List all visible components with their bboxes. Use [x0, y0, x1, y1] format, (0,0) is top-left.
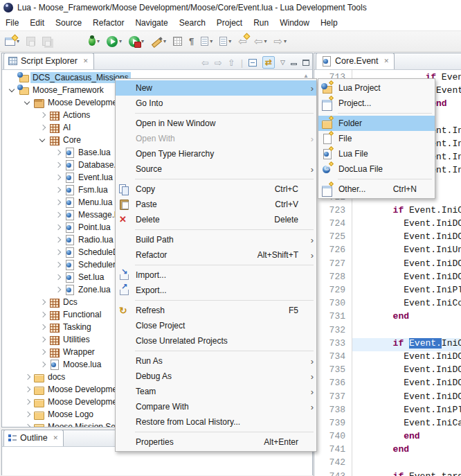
- submenu-item[interactable]: Folder: [318, 116, 435, 131]
- menubar-item[interactable]: Source: [50, 16, 87, 30]
- expand-chevron-icon[interactable]: [53, 211, 62, 220]
- code-line[interactable]: Event.IniDCSGroupName = Event.IniDCSUnit…: [352, 272, 461, 285]
- code-line[interactable]: [352, 457, 461, 470]
- expand-chevron-icon[interactable]: [23, 398, 32, 407]
- menubar-item[interactable]: Edit: [24, 16, 50, 30]
- dropdown-caret-icon[interactable]: ▾: [119, 38, 122, 44]
- save-all-button[interactable]: [41, 33, 53, 50]
- run-button[interactable]: ▾: [105, 33, 123, 50]
- context-menu-item[interactable]: Properties Alt+Enter ›: [116, 434, 316, 450]
- back-button[interactable]: ⇦▾: [253, 33, 269, 50]
- save-button[interactable]: [25, 33, 37, 50]
- expand-chevron-icon[interactable]: [38, 360, 47, 369]
- code-line[interactable]: if Event.target then: [352, 471, 461, 476]
- code-line[interactable]: if Event.IniObjectCategory == 3 then: [352, 205, 461, 218]
- menubar-item[interactable]: Run: [248, 16, 274, 30]
- menubar-item[interactable]: Window: [274, 16, 315, 30]
- submenu-item[interactable]: DocLua File: [318, 161, 435, 177]
- expand-chevron-icon[interactable]: [38, 348, 47, 357]
- next-annotation-button[interactable]: ▾: [218, 33, 233, 50]
- submenu-item[interactable]: Lua Project: [318, 80, 435, 96]
- expand-chevron-icon[interactable]: [8, 73, 17, 82]
- expand-chevron-icon[interactable]: [38, 123, 47, 132]
- expand-chevron-icon[interactable]: [53, 186, 62, 195]
- context-menu-item[interactable]: Compare With ›: [116, 399, 316, 414]
- mark-occurrences-button[interactable]: [172, 33, 183, 50]
- dropdown-caret-icon[interactable]: ▾: [141, 38, 144, 44]
- expand-chevron-icon[interactable]: [53, 161, 62, 170]
- close-icon[interactable]: ✕: [83, 58, 89, 64]
- expand-chevron-icon[interactable]: [53, 261, 62, 270]
- view-menu-icon[interactable]: ▽: [280, 59, 285, 66]
- expand-chevron-icon[interactable]: [38, 298, 47, 307]
- expand-chevron-icon[interactable]: [53, 248, 62, 257]
- back-arrow-icon[interactable]: ⇦: [201, 58, 209, 68]
- menubar-item[interactable]: Search: [174, 16, 211, 30]
- tab-core-event[interactable]: Core.Event ✕: [316, 53, 395, 69]
- code-line[interactable]: Event.IniDCSGroupName = Event.IniDCSGrou…: [352, 391, 461, 405]
- expand-chevron-icon[interactable]: [23, 410, 32, 419]
- context-menu-item[interactable]: Paste Ctrl+V ›: [116, 197, 316, 212]
- tab-script-explorer[interactable]: Script Explorer ✕: [3, 53, 94, 69]
- close-icon[interactable]: ✕: [53, 434, 59, 441]
- dropdown-caret-icon[interactable]: ▾: [210, 38, 213, 44]
- code-line[interactable]: Event.IniPlayerName = Event.IniDCSUnit:g…: [352, 285, 461, 298]
- expand-chevron-icon[interactable]: [53, 173, 62, 182]
- dropdown-caret-icon[interactable]: ▾: [284, 38, 287, 44]
- minimize-icon[interactable]: [291, 63, 297, 65]
- context-menu-item[interactable]: Debug As ›: [116, 369, 316, 384]
- code-line[interactable]: Event.IniDCSUnitName = Event.IniDCSUnit:…: [352, 364, 461, 378]
- code-line[interactable]: end: [352, 431, 461, 444]
- expand-chevron-icon[interactable]: [23, 385, 32, 394]
- context-menu-item[interactable]: Source ›: [116, 161, 316, 177]
- last-edit-location-button[interactable]: ⇦: [237, 33, 248, 50]
- context-menu-item[interactable]: New ›: [116, 80, 316, 96]
- submenu-item[interactable]: Lua File: [318, 146, 435, 161]
- expand-chevron-icon[interactable]: [23, 98, 32, 107]
- maximize-icon[interactable]: [302, 60, 309, 66]
- expand-chevron-icon[interactable]: [53, 223, 62, 232]
- run-history-button[interactable]: ▾: [127, 33, 145, 50]
- code-line[interactable]: Event.IniCoalition = Event.IniDCSUnit:ge…: [352, 298, 461, 311]
- context-menu-item[interactable]: Open in New Window ›: [116, 116, 316, 131]
- expand-chevron-icon[interactable]: [53, 198, 62, 207]
- expand-chevron-icon[interactable]: [38, 310, 47, 319]
- code-line[interactable]: Event.IniDCSGroup = Event.IniDCSUnit:get…: [352, 258, 461, 272]
- context-menu-item[interactable]: Import... ›: [116, 267, 316, 283]
- context-menu-item[interactable]: Restore from Local History... ›: [116, 414, 316, 430]
- context-menu-item[interactable]: Close Unrelated Projects ›: [116, 333, 316, 349]
- annotation-nav-button[interactable]: ▾: [199, 33, 214, 50]
- forward-button[interactable]: ⇨▾: [273, 33, 289, 50]
- context-menu-item[interactable]: Open Type Hierarchy ›: [116, 146, 316, 161]
- menubar-item[interactable]: Project: [211, 16, 248, 30]
- code-line[interactable]: Event.IniDCSUnit = Event.initiator: [352, 218, 461, 231]
- code-line[interactable]: Event.IniDCSUnitName = Event.IniDCSUnit:…: [352, 231, 461, 245]
- code-line[interactable]: Event.IniDCSUnit = Event.initiator: [352, 351, 461, 364]
- context-menu-item[interactable]: Delete Delete ›: [116, 212, 316, 227]
- context-menu-item[interactable]: Close Project ›: [116, 318, 316, 333]
- dropdown-caret-icon[interactable]: ▾: [97, 38, 100, 44]
- dropdown-caret-icon[interactable]: ▾: [163, 38, 166, 44]
- code-line[interactable]: if Event.IniObjectCategory == 1 then: [352, 338, 461, 351]
- code-line[interactable]: end: [352, 444, 461, 457]
- tab-outline[interactable]: Outline ✕: [3, 430, 64, 446]
- submenu-item[interactable]: File: [318, 131, 435, 146]
- submenu-item[interactable]: Project...: [318, 96, 435, 111]
- external-tools-button[interactable]: ▾: [150, 33, 168, 50]
- context-menu-item[interactable]: Open With ›: [116, 131, 316, 146]
- context-menu-item[interactable]: Refresh F5 ›: [116, 303, 316, 318]
- code-line[interactable]: Event.IniUnitName = Event.IniDCSUnitName: [352, 245, 461, 258]
- context-menu-item[interactable]: Build Path ›: [116, 232, 316, 247]
- code-line[interactable]: [352, 325, 461, 338]
- expand-chevron-icon[interactable]: [53, 236, 62, 245]
- up-icon[interactable]: ⇧: [228, 58, 235, 68]
- close-icon[interactable]: ✕: [384, 58, 390, 64]
- collapse-all-icon[interactable]: [248, 59, 257, 67]
- expand-chevron-icon[interactable]: [8, 86, 17, 95]
- new-wizard-button[interactable]: ▾: [3, 33, 21, 50]
- code-line[interactable]: Event.IniPlayerName = Event.IniDCSUnit:g…: [352, 405, 461, 418]
- code-line[interactable]: Event.IniDCSGroup = Event.IniDCSUnit:get…: [352, 378, 461, 391]
- expand-chevron-icon[interactable]: [53, 285, 62, 294]
- expand-chevron-icon[interactable]: [53, 273, 62, 282]
- context-menu-item[interactable]: Copy Ctrl+C ›: [116, 182, 316, 197]
